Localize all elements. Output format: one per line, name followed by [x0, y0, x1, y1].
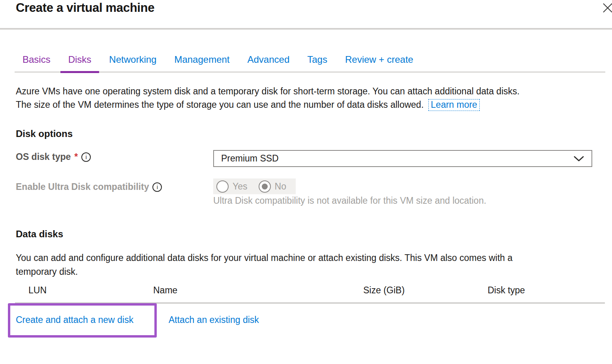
page-title: Create a virtual machine: [16, 1, 154, 15]
radio-label: No: [275, 181, 286, 192]
data-disks-desc-line1: You can add and configure additional dat…: [16, 253, 513, 263]
close-button[interactable]: [601, 2, 612, 15]
intro-line1: Azure VMs have one operating system disk…: [16, 86, 520, 96]
os-disk-type-select[interactable]: Premium SSD: [213, 150, 592, 167]
tab-disks[interactable]: Disks: [60, 54, 99, 71]
radio-icon: [216, 180, 229, 193]
disks-intro-text: Azure VMs have one operating system disk…: [16, 84, 592, 111]
radio-option-yes[interactable]: Yes: [216, 180, 248, 193]
data-disks-description: You can add and configure additional dat…: [16, 251, 584, 279]
learn-more-link[interactable]: Learn more: [428, 99, 480, 111]
ultra-disk-radio-group: Yes No: [213, 178, 296, 194]
column-header-size: Size (GiB): [363, 285, 405, 296]
disk-options-heading: Disk options: [16, 128, 73, 139]
tab-networking[interactable]: Networking: [101, 54, 164, 71]
info-icon[interactable]: i: [81, 152, 91, 162]
column-header-lun: LUN: [28, 285, 47, 296]
radio-icon: [259, 180, 271, 193]
table-divider: [15, 302, 605, 304]
os-disk-type-label: OS disk type * i: [16, 152, 91, 162]
tab-tags[interactable]: Tags: [299, 54, 335, 71]
info-icon[interactable]: i: [152, 182, 162, 192]
close-icon: [602, 2, 612, 14]
tab-management[interactable]: Management: [166, 54, 237, 71]
data-disks-heading: Data disks: [16, 229, 63, 240]
tab-advanced[interactable]: Advanced: [240, 54, 298, 71]
attach-existing-disk-link[interactable]: Attach an existing disk: [169, 315, 259, 325]
tab-bar: Basics Disks Networking Management Advan…: [15, 52, 605, 73]
ultra-disk-label-text: Enable Ultra Disk compatibility: [16, 182, 149, 192]
header-divider: [0, 28, 612, 30]
radio-label: Yes: [233, 181, 248, 192]
ultra-disk-label: Enable Ultra Disk compatibility i: [16, 182, 162, 192]
intro-line2: The size of the VM determines the type o…: [16, 99, 424, 110]
create-vm-panel: Create a virtual machine Basics Disks Ne…: [0, 0, 612, 364]
data-disks-desc-line2: temporary disk.: [16, 266, 78, 277]
tab-basics[interactable]: Basics: [15, 54, 58, 71]
column-header-disk-type: Disk type: [488, 285, 525, 296]
os-disk-type-label-text: OS disk type: [16, 152, 71, 162]
chevron-down-icon: [573, 156, 584, 162]
create-attach-disk-link[interactable]: Create and attach a new disk: [16, 315, 133, 325]
tab-review-create[interactable]: Review + create: [337, 54, 421, 71]
ultra-disk-helper-text: Ultra Disk compatibility is not availabl…: [213, 195, 486, 206]
required-asterisk: *: [74, 152, 78, 162]
column-header-name: Name: [153, 285, 177, 296]
os-disk-type-value: Premium SSD: [221, 153, 279, 164]
radio-option-no[interactable]: No: [259, 180, 286, 193]
